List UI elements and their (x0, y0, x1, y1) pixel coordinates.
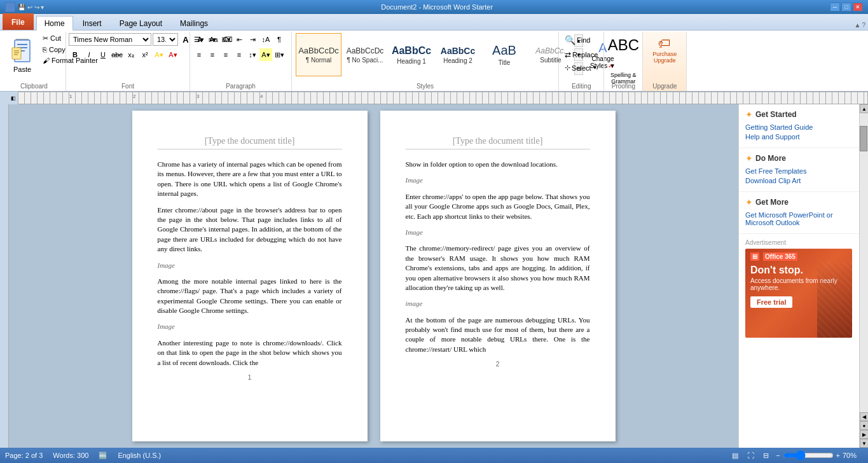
page-1-title[interactable]: [Type the document title] (158, 136, 342, 149)
scroll-dot-button[interactable]: ● (860, 421, 868, 430)
spell-check-icon[interactable]: 🔤 (99, 452, 107, 460)
ad-banner: ⊞ Office 365 Don't stop. Access document… (745, 249, 852, 338)
select-button[interactable]: ⊹ Select ▼ (561, 62, 601, 73)
show-hide-button[interactable]: ¶ (273, 33, 286, 46)
tab-page-layout[interactable]: Page Layout (111, 16, 170, 30)
page-1-para-3: Among the more notable internal pages li… (158, 277, 342, 316)
numbering-button[interactable]: ≡▾ (206, 33, 219, 46)
page-2-image-2: image (406, 299, 590, 308)
scroll-page-up-button[interactable]: ◀ (860, 412, 868, 421)
decrease-indent-button[interactable]: ⇤ (233, 33, 245, 46)
download-clip-art-link[interactable]: Download Clip Art (745, 177, 853, 184)
style-no-spacing[interactable]: AaBbCcDc ¶ No Spaci... (342, 33, 388, 76)
zoom-control: − + 70% (776, 452, 863, 459)
align-center-button[interactable]: ≡ (206, 48, 219, 61)
page-2-number: 2 (406, 361, 590, 368)
replace-label: Replace (572, 51, 598, 59)
font-size-select[interactable]: 13.5 (153, 33, 178, 46)
style-heading1[interactable]: AaBbCc Heading 1 (389, 33, 434, 76)
help-button[interactable]: ? (862, 22, 865, 29)
scroll-up-button[interactable]: ▲ (860, 104, 868, 113)
scrollbar-track[interactable] (860, 113, 868, 412)
language-indicator[interactable]: English (U.S.) (118, 452, 161, 459)
sort-button[interactable]: ↕A (259, 33, 272, 46)
align-left-button[interactable]: ≡ (193, 48, 205, 61)
underline-button[interactable]: U (97, 48, 109, 61)
close-button[interactable]: ✕ (853, 3, 863, 11)
view-full-screen-button[interactable]: ⛶ (745, 450, 755, 460)
style-normal[interactable]: AaBbCcDc ¶ Normal (296, 33, 341, 76)
paragraph-content: ☰▾ ≡▾ ≣▾ ⇤ ⇥ ↕A ¶ ≡ ≡ ≡ ≡ ↕▾ A▾ ⊞▾ (193, 33, 286, 73)
strikethrough-button[interactable]: abc (111, 48, 123, 61)
ad-product-name: Office 365 (763, 252, 797, 261)
svg-rect-5 (12, 48, 21, 59)
tab-mailings[interactable]: Mailings (172, 16, 216, 30)
text-highlight-button[interactable]: A▾ (153, 48, 165, 61)
left-ruler (0, 104, 9, 448)
page-1-number: 1 (158, 374, 342, 381)
ad-logo-text: ⊞ (750, 252, 759, 261)
select-icon: ⊹ (565, 64, 570, 72)
purchase-upgrade-button[interactable]: 🏷 PurchaseUpgrade (645, 33, 684, 76)
free-templates-link[interactable]: Get Free Templates (745, 167, 853, 175)
scroll-page-down-button[interactable]: ▶ (860, 430, 868, 439)
zoom-slider[interactable] (783, 452, 834, 459)
page-1-content: Chrome has a variety of internal pages w… (158, 160, 342, 368)
font-color-button[interactable]: A▾ (167, 48, 179, 61)
scrollbar-thumb[interactable] (860, 126, 867, 151)
tab-home[interactable]: Home (36, 16, 73, 31)
page-2-title[interactable]: [Type the document title] (406, 136, 590, 149)
view-normal-button[interactable]: ▤ (730, 450, 740, 460)
style-heading2[interactable]: AaBbCc Heading 2 (435, 33, 481, 76)
find-button[interactable]: 🔍 Find (561, 33, 601, 47)
ribbon: Paste ✂ Cut ⎘ Copy 🖌 Format Painter Clip… (0, 31, 868, 92)
style-nospace-label: ¶ No Spaci... (347, 57, 383, 64)
zoom-out-button[interactable]: − (776, 452, 780, 459)
document-area[interactable]: [Type the document title] Chrome has a v… (9, 104, 738, 448)
view-web-button[interactable]: ⊟ (761, 450, 771, 460)
bullets-button[interactable]: ☰▾ (193, 33, 205, 46)
borders-button[interactable]: ⊞▾ (273, 48, 286, 61)
get-office-link[interactable]: Get Microsoft PowerPoint or Microsoft Ou… (745, 211, 853, 226)
spelling-button[interactable]: ABC✓ Spelling &Grammar (607, 33, 640, 76)
justify-button[interactable]: ≡ (233, 48, 245, 61)
proofing-content: ABC✓ Spelling &Grammar (607, 33, 640, 86)
replace-button[interactable]: ⇄ Replace (561, 48, 601, 61)
superscript-button[interactable]: x² (139, 48, 151, 61)
align-right-button[interactable]: ≡ (219, 48, 232, 61)
subscript-button[interactable]: x₂ (125, 48, 137, 61)
italic-button[interactable]: I (83, 48, 95, 61)
maximize-button[interactable]: □ (841, 3, 851, 11)
get-started-star: ✦ (745, 109, 753, 120)
increase-indent-button[interactable]: ⇥ (246, 33, 259, 46)
scroll-down-button[interactable]: ▼ (860, 439, 868, 448)
getting-started-guide-link[interactable]: Getting Started Guide (745, 123, 853, 131)
font-name-select[interactable]: Times New Roman (69, 33, 151, 46)
do-more-star: ✦ (745, 153, 753, 163)
ad-person-overlay (817, 261, 852, 338)
ruler-toggle-button[interactable]: ◧ (9, 92, 18, 104)
tab-file[interactable]: File (3, 13, 34, 30)
help-support-link[interactable]: Help and Support (745, 133, 853, 141)
ad-free-trial-button[interactable]: Free trial (750, 296, 792, 308)
multilevel-list-button[interactable]: ≣▾ (219, 33, 232, 46)
styles-group: AaBbCcDc ¶ Normal AaBbCcDc ¶ No Spaci...… (292, 32, 559, 91)
shading-button[interactable]: A▾ (259, 48, 272, 61)
page-1-para-5: Another interesting page to note is chro… (158, 338, 342, 368)
ribbon-tabs: File Home Insert Page Layout Mailings ▲ … (0, 14, 868, 31)
page-1-image-1: Image (158, 322, 342, 331)
paste-button[interactable]: Paste (6, 33, 38, 75)
page-2-image-1: Image (406, 228, 590, 237)
bold-button[interactable]: B (69, 48, 81, 61)
tab-insert[interactable]: Insert (74, 16, 110, 30)
ribbon-collapse-button[interactable]: ▲ (855, 22, 861, 29)
window-controls-left: 💾 ↩ ↪ ▾ (5, 2, 44, 12)
alignment-row: ≡ ≡ ≡ ≡ ↕▾ A▾ ⊞▾ (193, 48, 286, 61)
zoom-in-button[interactable]: + (836, 452, 840, 459)
line-spacing-button[interactable]: ↕▾ (246, 48, 259, 61)
style-title[interactable]: AaB Title (481, 33, 527, 76)
minimize-button[interactable]: ─ (830, 3, 840, 11)
zoom-level[interactable]: 70% (843, 452, 863, 459)
font-group: Times New Roman 13.5 A A Aa ⌫ B I U abc … (66, 32, 190, 91)
page-indicator: Page: 2 of 3 (5, 452, 43, 459)
